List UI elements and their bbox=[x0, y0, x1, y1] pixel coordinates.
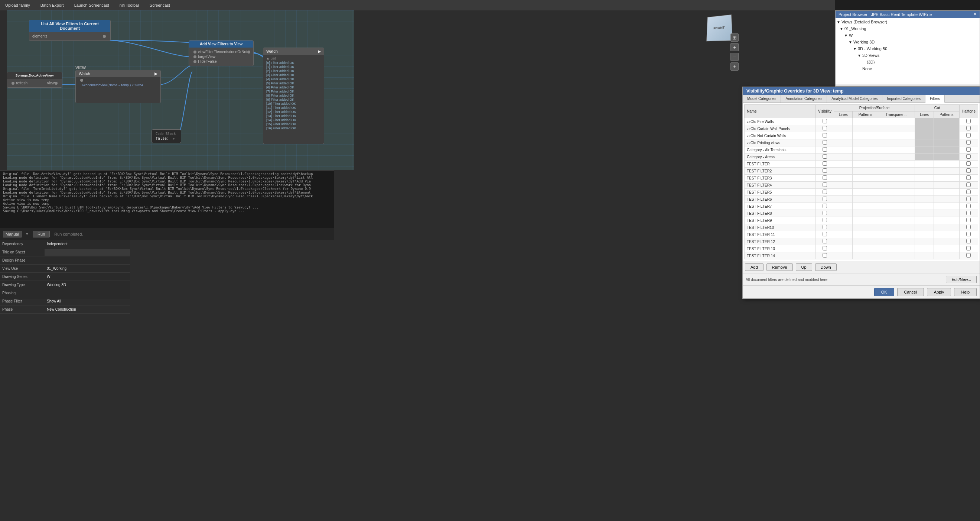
apply-btn[interactable]: Apply bbox=[927, 288, 951, 296]
pb-tree-item[interactable]: (3D) bbox=[835, 59, 980, 65]
pb-tree-item[interactable]: None bbox=[835, 65, 980, 72]
mode-dropdown[interactable]: Manual bbox=[3, 231, 22, 237]
halftone-checkbox[interactable] bbox=[966, 175, 971, 180]
halftone-cell[interactable] bbox=[959, 231, 978, 238]
halftone-checkbox[interactable] bbox=[966, 225, 971, 229]
visibility-cell[interactable] bbox=[816, 189, 834, 196]
halftone-checkbox[interactable] bbox=[966, 239, 971, 244]
halftone-cell[interactable] bbox=[959, 245, 978, 252]
halftone-checkbox[interactable] bbox=[966, 190, 971, 194]
halftone-checkbox[interactable] bbox=[966, 119, 971, 123]
halftone-checkbox[interactable] bbox=[966, 126, 971, 131]
screencast-btn[interactable]: Screencast bbox=[148, 2, 172, 8]
ok-btn[interactable]: OK bbox=[874, 288, 894, 296]
prop-input[interactable] bbox=[45, 249, 130, 256]
halftone-checkbox[interactable] bbox=[966, 133, 971, 137]
halftone-checkbox[interactable] bbox=[966, 218, 971, 222]
halftone-cell[interactable] bbox=[959, 139, 978, 147]
nav-cube-face[interactable]: FRONT bbox=[706, 14, 733, 41]
visibility-cell[interactable] bbox=[816, 125, 834, 132]
visibility-checkbox[interactable] bbox=[822, 175, 827, 180]
halftone-checkbox[interactable] bbox=[966, 147, 971, 151]
halftone-cell[interactable] bbox=[959, 224, 978, 231]
visibility-checkbox[interactable] bbox=[822, 190, 827, 194]
halftone-cell[interactable] bbox=[959, 196, 978, 203]
pb-tree-item[interactable]: ▼3D Views bbox=[835, 52, 980, 59]
halftone-cell[interactable] bbox=[959, 161, 978, 167]
visibility-checkbox[interactable] bbox=[822, 239, 827, 244]
halftone-checkbox[interactable] bbox=[966, 204, 971, 208]
visibility-checkbox[interactable] bbox=[822, 204, 827, 208]
add-filter-btn[interactable]: Add bbox=[745, 263, 764, 271]
zoom-fit-btn[interactable]: ⊞ bbox=[730, 33, 739, 41]
visibility-checkbox[interactable] bbox=[822, 182, 827, 187]
halftone-cell[interactable] bbox=[959, 118, 978, 125]
zoom-in-btn[interactable]: + bbox=[730, 43, 739, 51]
visibility-checkbox[interactable] bbox=[822, 147, 827, 151]
zoom-extents-btn[interactable]: + bbox=[730, 62, 739, 71]
visibility-cell[interactable] bbox=[816, 224, 834, 231]
halftone-checkbox[interactable] bbox=[966, 182, 971, 187]
nifi-toolbar-btn[interactable]: nifi Toolbar bbox=[117, 2, 142, 8]
visibility-cell[interactable] bbox=[816, 161, 834, 167]
visibility-checkbox[interactable] bbox=[822, 197, 827, 201]
halftone-checkbox[interactable] bbox=[966, 232, 971, 236]
pb-tree-item[interactable]: ▼W bbox=[835, 32, 980, 39]
view-watch-node[interactable]: Watch ▶ AxonometricView(Name = temp ) 28… bbox=[75, 70, 161, 103]
mode-dropdown-arrow[interactable]: ▾ bbox=[26, 231, 28, 236]
visibility-cell[interactable] bbox=[816, 175, 834, 182]
halftone-cell[interactable] bbox=[959, 238, 978, 245]
halftone-cell[interactable] bbox=[959, 189, 978, 196]
visibility-checkbox[interactable] bbox=[822, 225, 827, 229]
halftone-cell[interactable] bbox=[959, 167, 978, 175]
visibility-cell[interactable] bbox=[816, 252, 834, 260]
visibility-cell[interactable] bbox=[816, 182, 834, 189]
visibility-cell[interactable] bbox=[816, 147, 834, 153]
visibility-checkbox[interactable] bbox=[822, 232, 827, 236]
pb-close-icon[interactable]: ✕ bbox=[973, 12, 977, 17]
tab-analytical-model[interactable]: Analytical Model Categories bbox=[827, 95, 882, 103]
halftone-cell[interactable] bbox=[959, 175, 978, 182]
edit-new-btn[interactable]: Edit/New... bbox=[946, 276, 977, 283]
springs-doc-node[interactable]: Springs.Doc.ActiveView refresh view bbox=[7, 72, 62, 88]
halftone-cell[interactable] bbox=[959, 125, 978, 132]
halftone-cell[interactable] bbox=[959, 153, 978, 161]
visibility-checkbox[interactable] bbox=[822, 154, 827, 159]
visibility-checkbox[interactable] bbox=[822, 246, 827, 250]
visibility-cell[interactable] bbox=[816, 196, 834, 203]
halftone-checkbox[interactable] bbox=[966, 253, 971, 258]
watch-main-node[interactable]: Watch ▶ ▲ List [0] Filter added OK[1] Fi… bbox=[263, 48, 324, 144]
remove-filter-btn[interactable]: Remove bbox=[767, 263, 793, 271]
halftone-cell[interactable] bbox=[959, 182, 978, 189]
help-btn[interactable]: Help bbox=[954, 288, 977, 296]
upload-family-btn[interactable]: Upload family bbox=[3, 2, 32, 8]
visibility-checkbox[interactable] bbox=[822, 133, 827, 137]
tab-annotation-categories[interactable]: Annotation Categories bbox=[781, 95, 827, 103]
visibility-cell[interactable] bbox=[816, 245, 834, 252]
list-view-filters-node[interactable]: List All View Filters in Current Documen… bbox=[29, 20, 111, 41]
launch-screencast-btn[interactable]: Launch Screencast bbox=[72, 2, 111, 8]
visibility-cell[interactable] bbox=[816, 153, 834, 161]
visibility-checkbox[interactable] bbox=[822, 211, 827, 215]
visibility-cell[interactable] bbox=[816, 139, 834, 147]
code-block-node[interactable]: Code Block false; ▶ bbox=[151, 129, 181, 143]
halftone-cell[interactable] bbox=[959, 210, 978, 217]
down-filter-btn[interactable]: Down bbox=[815, 263, 837, 271]
halftone-checkbox[interactable] bbox=[966, 140, 971, 145]
visibility-checkbox[interactable] bbox=[822, 119, 827, 123]
visibility-cell[interactable] bbox=[816, 132, 834, 139]
visibility-cell[interactable] bbox=[816, 210, 834, 217]
visibility-checkbox[interactable] bbox=[822, 161, 827, 166]
visibility-checkbox[interactable] bbox=[822, 218, 827, 222]
visibility-checkbox[interactable] bbox=[822, 168, 827, 173]
pb-content[interactable]: ▼Views (Detailed Browser)▼01_Working▼W▼W… bbox=[835, 18, 980, 84]
visibility-cell[interactable] bbox=[816, 167, 834, 175]
halftone-checkbox[interactable] bbox=[966, 211, 971, 215]
add-view-filters-node[interactable]: Add View Filters to View viewFilterEleme… bbox=[189, 40, 254, 66]
halftone-checkbox[interactable] bbox=[966, 168, 971, 173]
visibility-cell[interactable] bbox=[816, 231, 834, 238]
halftone-cell[interactable] bbox=[959, 147, 978, 153]
visibility-cell[interactable] bbox=[816, 217, 834, 224]
batch-export-btn[interactable]: Batch Export bbox=[38, 2, 66, 8]
halftone-cell[interactable] bbox=[959, 217, 978, 224]
